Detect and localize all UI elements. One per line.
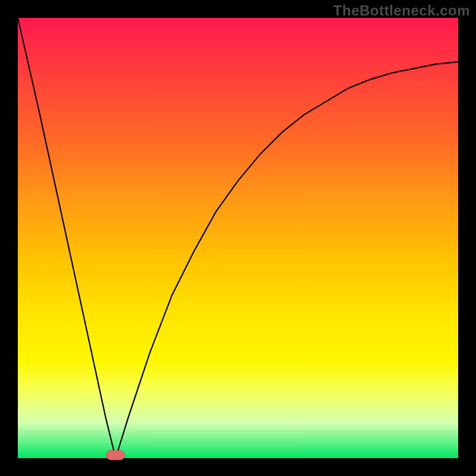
chart-frame: TheBottleneck.com (0, 0, 476, 476)
watermark-text: TheBottleneck.com (333, 2, 470, 19)
curve-path (18, 18, 458, 458)
curve-layer (18, 18, 458, 458)
plot-area (18, 18, 458, 458)
min-marker (106, 450, 125, 460)
